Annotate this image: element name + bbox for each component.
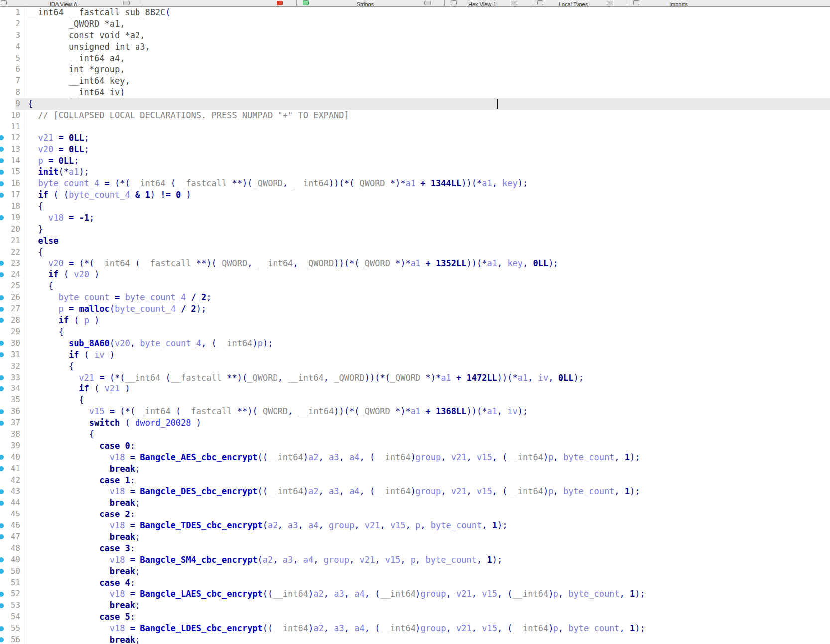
gutter[interactable]: 50	[0, 566, 25, 577]
code-line[interactable]: 28 if ( p )	[0, 315, 830, 326]
gutter[interactable]: 38	[0, 429, 25, 440]
gutter[interactable]: 51	[0, 577, 25, 589]
code-text[interactable]: v20 = 0LL;	[25, 144, 830, 155]
gutter[interactable]: 49	[0, 554, 25, 566]
code-line[interactable]: 37 switch ( dword_20028 )	[0, 417, 830, 429]
code-line[interactable]: 52 v18 = Bangcle_LAES_cbc_encrypt((__int…	[0, 588, 830, 600]
code-text[interactable]: int *group,	[25, 64, 830, 75]
gutter[interactable]: 44	[0, 497, 25, 509]
code-text[interactable]: v18 = Bangcle_LDES_cbc_encrypt((__int64)…	[25, 623, 830, 634]
code-line[interactable]: 39 case 0:	[0, 440, 830, 452]
gutter[interactable]: 45	[0, 509, 25, 520]
tab-hex-view-1[interactable]: Hex View-1	[445, 0, 531, 6]
tab-local-types[interactable]: Local Types	[531, 0, 627, 6]
code-text[interactable]: {	[25, 361, 830, 372]
gutter[interactable]: 30	[0, 338, 25, 349]
code-text[interactable]: v18 = Bangcle_SM4_cbc_encrypt(a2, a3, a4…	[25, 554, 830, 566]
code-line[interactable]: 46 v18 = Bangcle_TDES_cbc_encrypt(a2, a3…	[0, 520, 830, 531]
code-text[interactable]: // [COLLAPSED LOCAL DECLARATIONS. PRESS …	[25, 110, 830, 121]
code-text[interactable]: switch ( dword_20028 )	[25, 417, 830, 429]
code-line[interactable]: 29 {	[0, 326, 830, 338]
code-line[interactable]: 33 v21 = (*(__int64 (__fastcall **)(_QWO…	[0, 372, 830, 384]
code-text[interactable]: v15 = (*(__int64 (__fastcall **)(_QWORD,…	[25, 406, 830, 417]
gutter[interactable]: 6	[0, 64, 25, 75]
code-text[interactable]: }	[25, 224, 830, 235]
code-text[interactable]: {	[25, 326, 830, 338]
code-text[interactable]: v20 = (*(__int64 (__fastcall **)(_QWORD,…	[25, 258, 830, 269]
gutter[interactable]: 29	[0, 326, 25, 338]
code-line[interactable]: 14 p = 0LL;	[0, 155, 830, 167]
pseudocode-view[interactable]: 1__int64 __fastcall sub_8B2C(2 _QWORD *a…	[0, 7, 830, 644]
code-line[interactable]: 25 {	[0, 280, 830, 292]
gutter[interactable]: 10	[0, 110, 25, 121]
code-line[interactable]: 56 break;	[0, 634, 830, 644]
gutter[interactable]: 7	[0, 75, 25, 87]
code-text[interactable]: else	[25, 235, 830, 247]
tab-button-icon[interactable]	[123, 1, 130, 5]
code-text[interactable]: case 4:	[25, 577, 830, 589]
code-text[interactable]: break;	[25, 566, 830, 577]
gutter[interactable]: 9	[0, 98, 25, 110]
gutter[interactable]: 8	[0, 87, 25, 98]
gutter[interactable]: 5	[0, 53, 25, 64]
code-text[interactable]: const void *a2,	[25, 30, 830, 41]
gutter[interactable]: 27	[0, 303, 25, 315]
gutter[interactable]: 25	[0, 280, 25, 292]
code-line[interactable]: 47 break;	[0, 531, 830, 543]
gutter[interactable]: 33	[0, 372, 25, 384]
code-line[interactable]: 20 }	[0, 224, 830, 235]
gutter[interactable]: 37	[0, 417, 25, 429]
gutter[interactable]: 23	[0, 258, 25, 269]
gutter[interactable]: 22	[0, 247, 25, 258]
gutter[interactable]: 40	[0, 452, 25, 463]
code-text[interactable]: v18 = Bangcle_LAES_cbc_encrypt((__int64)…	[25, 588, 830, 600]
gutter[interactable]: 12	[0, 132, 25, 144]
gutter[interactable]: 43	[0, 486, 25, 497]
code-text[interactable]: v18 = Bangcle_DES_cbc_encrypt((__int64)a…	[25, 486, 830, 497]
gutter[interactable]: 3	[0, 30, 25, 41]
code-text[interactable]: __int64 __fastcall sub_8B2C(	[25, 7, 830, 18]
gutter[interactable]: 13	[0, 144, 25, 155]
gutter[interactable]: 4	[0, 41, 25, 53]
code-text[interactable]: if ( p )	[25, 315, 830, 326]
gutter[interactable]: 1	[0, 7, 25, 18]
code-line[interactable]: 32 {	[0, 361, 830, 372]
gutter[interactable]: 53	[0, 600, 25, 611]
code-text[interactable]: __int64 a4,	[25, 53, 830, 64]
code-line[interactable]: 7 __int64 key,	[0, 75, 830, 87]
code-text[interactable]: sub_8A60(v20, byte_count_4, (__int64)p);	[25, 338, 830, 349]
code-line[interactable]: 1__int64 __fastcall sub_8B2C(	[0, 7, 830, 18]
code-line[interactable]: 6 int *group,	[0, 64, 830, 75]
code-line[interactable]: 9{	[0, 98, 830, 110]
code-line[interactable]: 30 sub_8A60(v20, byte_count_4, (__int64)…	[0, 338, 830, 349]
gutter[interactable]: 31	[0, 349, 25, 361]
code-text[interactable]: {	[25, 280, 830, 292]
code-line[interactable]: 4 unsigned int a3,	[0, 41, 830, 53]
code-line[interactable]: 53 break;	[0, 600, 830, 611]
gutter[interactable]: 56	[0, 634, 25, 644]
code-text[interactable]: v21 = 0LL;	[25, 132, 830, 144]
code-text[interactable]: case 0:	[25, 440, 830, 452]
gutter[interactable]: 34	[0, 383, 25, 394]
code-line[interactable]: 50 break;	[0, 566, 830, 577]
code-line[interactable]: 27 p = malloc(byte_count_4 / 2);	[0, 303, 830, 315]
code-text[interactable]: {	[25, 98, 830, 110]
code-text[interactable]: unsigned int a3,	[25, 41, 830, 53]
code-line[interactable]: 55 v18 = Bangcle_LDES_cbc_encrypt((__int…	[0, 623, 830, 634]
tab-pseudocode-a[interactable]	[143, 0, 297, 6]
code-line[interactable]: 41 break;	[0, 463, 830, 475]
code-line[interactable]: 10 // [COLLAPSED LOCAL DECLARATIONS. PRE…	[0, 110, 830, 121]
code-line[interactable]: 49 v18 = Bangcle_SM4_cbc_encrypt(a2, a3,…	[0, 554, 830, 566]
code-line[interactable]: 11	[0, 121, 830, 132]
gutter[interactable]: 19	[0, 212, 25, 224]
gutter[interactable]: 47	[0, 531, 25, 543]
code-text[interactable]: {	[25, 201, 830, 212]
code-text[interactable]: {	[25, 429, 830, 440]
code-line[interactable]: 21 else	[0, 235, 830, 247]
code-line[interactable]: 8 __int64 iv)	[0, 87, 830, 98]
code-line[interactable]: 13 v20 = 0LL;	[0, 144, 830, 155]
code-line[interactable]: 43 v18 = Bangcle_DES_cbc_encrypt((__int6…	[0, 486, 830, 497]
code-line[interactable]: 36 v15 = (*(__int64 (__fastcall **)(_QWO…	[0, 406, 830, 417]
gutter[interactable]: 48	[0, 543, 25, 554]
code-text[interactable]: v21 = (*(__int64 (__fastcall **)(_QWORD,…	[25, 372, 830, 384]
